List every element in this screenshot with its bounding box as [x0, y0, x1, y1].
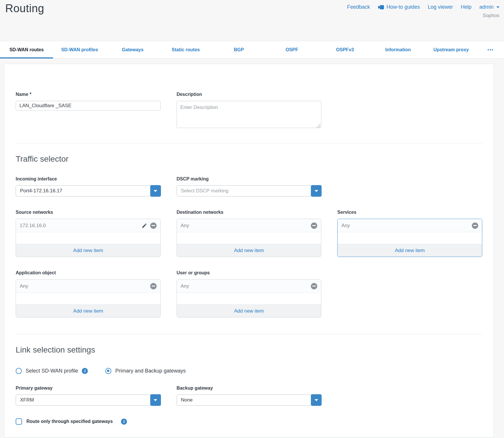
remove-icon[interactable] [150, 222, 157, 229]
source-networks-label: Source networks [16, 210, 161, 215]
help-link[interactable]: Help [461, 4, 472, 10]
caret-down-icon [154, 399, 157, 401]
remove-icon[interactable] [311, 283, 317, 289]
services-box: Any Add new item [337, 219, 482, 257]
feedback-link[interactable]: Feedback [347, 4, 370, 10]
dscp-marking-label: DSCP marking [177, 176, 322, 182]
section-divider [16, 143, 482, 143]
tab-sd-wan-profiles[interactable]: SD-WAN profiles [53, 41, 106, 58]
radio-label: Primary and Backup gateways [115, 368, 186, 374]
tab-bgp[interactable]: BGP [212, 41, 265, 58]
destination-network-value: Any [181, 223, 189, 229]
remove-icon[interactable] [472, 222, 478, 229]
link-selection-heading: Link selection settings [16, 345, 482, 355]
tab-ospfv3[interactable]: OSPFv3 [318, 41, 371, 58]
header-links: Feedback How-to guides Log viewer Help a… [347, 4, 499, 10]
incoming-interface-group: Incoming interface Port4-172.16.16.17 [16, 176, 161, 196]
name-input[interactable] [16, 101, 161, 111]
dropdown-button[interactable] [311, 185, 322, 197]
user-groups-label: User or groups [177, 270, 322, 275]
route-only-label: Route only through specified gateways [26, 419, 113, 424]
brand-label: Sophos [483, 13, 499, 19]
chevron-down-icon [496, 6, 499, 8]
info-icon[interactable]: i [121, 419, 127, 425]
service-value: Any [341, 223, 350, 229]
route-only-checkbox[interactable] [16, 418, 22, 425]
tab-information[interactable]: Information [371, 41, 425, 58]
dscp-marking-select[interactable]: Select DSCP marking [177, 185, 322, 196]
source-network-value: 172.16.16.0 [20, 223, 46, 229]
add-new-item-button[interactable]: Add new item [177, 244, 321, 257]
description-field-group: Description [177, 92, 322, 129]
tab-gateways[interactable]: Gateways [106, 41, 159, 58]
help-label: Help [461, 4, 472, 10]
log-viewer-link[interactable]: Log viewer [428, 4, 453, 10]
radio-select-sdwan-profile[interactable]: Select SD-WAN profile i [16, 368, 88, 374]
dropdown-button[interactable] [150, 394, 161, 406]
edit-pencil-icon[interactable] [142, 223, 147, 229]
incoming-interface-value: Port4-172.16.16.17 [20, 188, 62, 194]
radio-label: Select SD-WAN profile [26, 368, 78, 374]
primary-gateway-value: XFRM [20, 397, 34, 403]
tab-bar: SD-WAN routes SD-WAN profiles Gateways S… [0, 41, 504, 59]
list-item: Any [338, 219, 482, 232]
destination-networks-label: Destination networks [177, 210, 322, 215]
application-object-label: Application object [16, 270, 161, 275]
source-networks-group: Source networks 172.16.16.0 Add new item [16, 210, 161, 257]
list-item: Any [177, 280, 321, 293]
list-filler [16, 293, 160, 304]
radio-icon[interactable] [16, 368, 22, 374]
application-object-box: Any Add new item [16, 279, 161, 317]
tab-sd-wan-routes[interactable]: SD-WAN routes [0, 41, 53, 58]
howto-guides-link[interactable]: How-to guides [378, 4, 420, 10]
info-icon[interactable]: i [82, 368, 88, 374]
destination-networks-group: Destination networks Any Add new item [177, 210, 322, 257]
destination-networks-box: Any Add new item [177, 219, 322, 257]
primary-gateway-group: Primary gateway XFRM [16, 386, 161, 406]
tab-static-routes[interactable]: Static routes [159, 41, 212, 58]
application-object-value: Any [20, 283, 28, 289]
name-label: Name * [16, 92, 161, 97]
admin-menu[interactable]: admin [479, 4, 499, 10]
list-filler [177, 293, 321, 304]
dropdown-button[interactable] [311, 394, 322, 406]
list-item: Any [16, 280, 160, 293]
caret-down-icon [315, 190, 318, 192]
description-label: Description [177, 92, 322, 97]
tab-ospf[interactable]: OSPF [265, 41, 318, 58]
list-item: Any [177, 219, 321, 232]
description-textarea[interactable] [177, 101, 322, 128]
add-new-item-button[interactable]: Add new item [338, 244, 482, 257]
radio-primary-backup-gateways[interactable]: Primary and Backup gateways [105, 368, 186, 374]
dropdown-button[interactable] [150, 185, 161, 197]
traffic-selector-heading: Traffic selector [16, 154, 482, 164]
radio-icon[interactable] [105, 368, 111, 374]
remove-icon[interactable] [311, 222, 317, 229]
route-only-row: Route only through specified gateways i [16, 418, 482, 425]
application-object-group: Application object Any Add new item [16, 270, 161, 317]
remove-icon[interactable] [150, 283, 157, 289]
primary-gateway-select[interactable]: XFRM [16, 395, 161, 406]
feedback-label: Feedback [347, 4, 370, 10]
name-field-group: Name * [16, 92, 161, 129]
route-form-card: Name * Description Traffic selector Inco… [4, 64, 494, 437]
add-new-item-button[interactable]: Add new item [177, 304, 321, 317]
tab-upstream-proxy[interactable]: Upstream proxy [425, 41, 478, 58]
link-selection-radios: Select SD-WAN profile i Primary and Back… [16, 368, 482, 374]
admin-label: admin [479, 4, 494, 10]
services-group: Services Any Add new item [337, 210, 482, 257]
dscp-marking-placeholder: Select DSCP marking [181, 188, 229, 194]
log-viewer-label: Log viewer [428, 4, 453, 10]
add-new-item-button[interactable]: Add new item [16, 304, 160, 317]
list-filler [338, 232, 482, 244]
more-tabs-button[interactable]: ••• [478, 41, 504, 58]
user-groups-value: Any [181, 283, 189, 289]
add-new-item-button[interactable]: Add new item [16, 244, 160, 257]
page-title: Routing [5, 2, 44, 15]
backup-gateway-select[interactable]: None [177, 395, 322, 406]
backup-gateway-value: None [181, 397, 193, 403]
list-filler [16, 232, 160, 244]
incoming-interface-select[interactable]: Port4-172.16.16.17 [16, 185, 161, 196]
howto-guides-label: How-to guides [387, 4, 420, 10]
source-networks-box: 172.16.16.0 Add new item [16, 219, 161, 257]
